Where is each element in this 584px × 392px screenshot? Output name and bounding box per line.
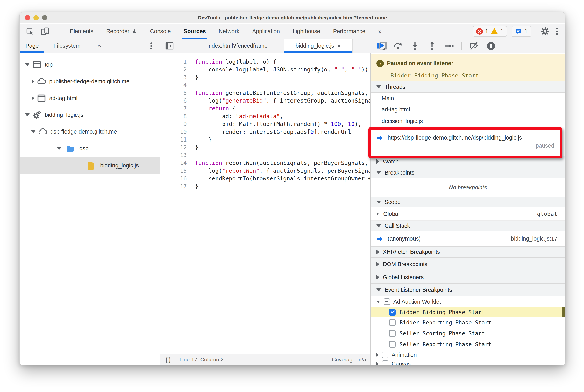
tree-item-publisher-domain[interactable]: publisher-fledge-demo.glitch.me [20,73,159,90]
checkbox-unchecked[interactable] [382,360,389,365]
more-tabs-button[interactable]: » [372,24,388,39]
elb-item-seller-reporting-phase-start[interactable]: Seller Reporting Phase Start [371,339,565,350]
hide-navigator-icon[interactable] [165,42,174,50]
checkbox-unchecked[interactable] [382,352,389,358]
navigator-kebab-icon[interactable] [150,45,152,47]
tab-application[interactable]: Application [246,24,286,39]
code-line[interactable]: function generateBid(interestGroup, auct… [195,89,370,97]
thread-main[interactable]: Main [371,93,565,104]
code-line[interactable]: } [195,74,370,81]
tree-item-dsp-folder[interactable]: dsp [20,140,159,157]
deactivate-breakpoints-button[interactable] [469,41,479,51]
section-scope[interactable]: Scope [371,197,565,208]
section-call-stack[interactable]: Call Stack [371,220,565,231]
text-cursor [199,183,199,190]
call-stack-frame[interactable]: (anonymous) bidding_logic.js:17 [371,231,565,246]
errors-warnings-badge[interactable]: ✕ 1 1 [473,26,507,36]
inspect-element-icon[interactable] [26,27,35,36]
section-global-listeners[interactable]: Global Listeners [371,271,565,284]
section-breakpoints[interactable]: Breakpoints [371,167,565,178]
elb-item-seller-scoring-phase-start[interactable]: Seller Scoring Phase Start [371,328,565,339]
scope-global-row[interactable]: Global global [371,208,565,220]
code-line[interactable] [195,151,370,159]
tab-filesystem[interactable]: Filesystem [53,39,80,52]
tree-item-worklet[interactable]: bidding_logic.js [20,106,159,123]
pause-on-exceptions-button[interactable] [486,41,496,51]
warning-count: 1 [500,28,504,34]
code-line[interactable] [195,81,370,89]
elb-category-animation[interactable]: Animation [371,350,565,360]
section-dom-breakpoints[interactable]: DOM Breakpoints [371,258,565,271]
tab-console[interactable]: Console [144,24,177,39]
tab-page[interactable]: Page [25,39,39,52]
elb-item-bidder-reporting-phase-start[interactable]: Bidder Reporting Phase Start [371,317,565,328]
code-line[interactable]: console.log(label, JSON.stringify(o, " "… [195,66,370,74]
cloud-icon [38,127,47,136]
code-line[interactable]: ad: "ad-metadata", [195,112,370,120]
elb-category-canvas[interactable]: Canvas [371,360,565,365]
tree-item-dsp-domain[interactable]: dsp-fledge-demo.glitch.me [20,123,159,140]
frame-icon [37,94,46,103]
section-threads[interactable]: Threads [371,81,565,93]
collapse-icon[interactable] [31,79,34,84]
tab-sources[interactable]: Sources [177,24,212,39]
thread-ad-tag[interactable]: ad-tag.html [371,104,565,115]
main-toolbar: Elements Recorder Console Sources Networ… [20,24,565,39]
checkbox-unchecked[interactable] [389,330,396,337]
section-event-listener-breakpoints[interactable]: Event Listener Breakpoints [371,284,565,296]
code-line[interactable]: } [195,136,370,144]
checkbox-unchecked[interactable] [389,341,396,348]
tab-performance[interactable]: Performance [327,24,372,39]
code-line[interactable]: log("generateBid", { interestGroup, auct… [195,97,370,104]
step-out-button[interactable] [427,41,437,51]
step-button[interactable] [444,41,454,51]
tree-item-top[interactable]: top [20,56,159,73]
code-line[interactable]: render: interestGroup.ads[0].renderUrl [195,128,370,136]
tree-item-ad-tag[interactable]: ad-tag.html [20,90,159,106]
code-line[interactable]: sendReportTo(browserSignals.interestGrou… [195,174,370,182]
line-number-gutter[interactable]: 1 2 3 4 5 6 7 8 9 10 11 12 13 14 15 16 1 [160,58,192,190]
step-over-button[interactable] [393,41,403,51]
collapse-icon[interactable] [31,96,34,100]
resume-script-button[interactable] [376,41,386,51]
code-line[interactable]: function reportWin(auctionSignals, perBu… [195,159,370,167]
pretty-print-button[interactable]: {} [165,356,172,363]
more-navigator-tabs-button[interactable]: » [97,39,101,52]
settings-gear-icon[interactable] [541,27,550,36]
expand-icon[interactable] [25,114,29,116]
code-line[interactable]: } [195,182,370,190]
more-options-kebab-icon[interactable] [556,30,558,32]
editor-tab-bidding-logic[interactable]: bidding_logic.js × [284,39,353,52]
expand-icon[interactable] [31,130,35,133]
group-checkbox-indeterminate[interactable] [384,298,390,305]
expand-icon[interactable] [25,63,29,66]
checkbox-unchecked[interactable] [389,319,396,326]
code-text[interactable]: function log(label, o) { console.log(lab… [195,58,370,190]
checkbox-checked[interactable] [389,309,396,316]
info-icon: i [376,60,384,67]
code-line[interactable]: function log(label, o) { [195,58,370,66]
step-into-button[interactable] [410,41,420,51]
code-line[interactable]: return { [195,104,370,112]
code-line[interactable]: log("reportWin", { auctionSignals, perBu… [195,167,370,174]
elb-group-ad-auction-worklet[interactable]: Ad Auction Worklet [371,296,565,307]
elb-item-bidder-bidding-phase-start[interactable]: Bidder Bidding Phase Start [371,307,565,317]
editor-tab-index-html[interactable]: index.html?fencedframe [191,39,284,52]
expand-icon[interactable] [57,147,61,150]
thread-decision-logic[interactable]: decision_logic.js [371,115,565,127]
tab-lighthouse[interactable]: Lighthouse [286,24,327,39]
tab-network[interactable]: Network [212,24,246,39]
code-line[interactable]: } [195,144,370,151]
code-line[interactable]: bid: Math.floor(Math.random() * 100, 10)… [195,120,370,128]
issues-badge[interactable]: 1 [512,26,531,37]
error-icon: ✕ [476,28,483,35]
coverage-status: Coverage: n/a [332,356,370,363]
close-tab-icon[interactable]: × [337,43,341,49]
section-xhr-breakpoints[interactable]: XHR/fetch Breakpoints [371,246,565,258]
device-toolbar-icon[interactable] [41,27,50,36]
tree-item-bidding-logic-file[interactable]: bidding_logic.js [20,157,159,174]
tab-recorder[interactable]: Recorder [100,24,144,39]
code-area[interactable]: 1 2 3 4 5 6 7 8 9 10 11 12 13 14 15 16 1 [160,53,370,354]
file-icon [86,161,95,170]
tab-elements[interactable]: Elements [63,24,100,39]
